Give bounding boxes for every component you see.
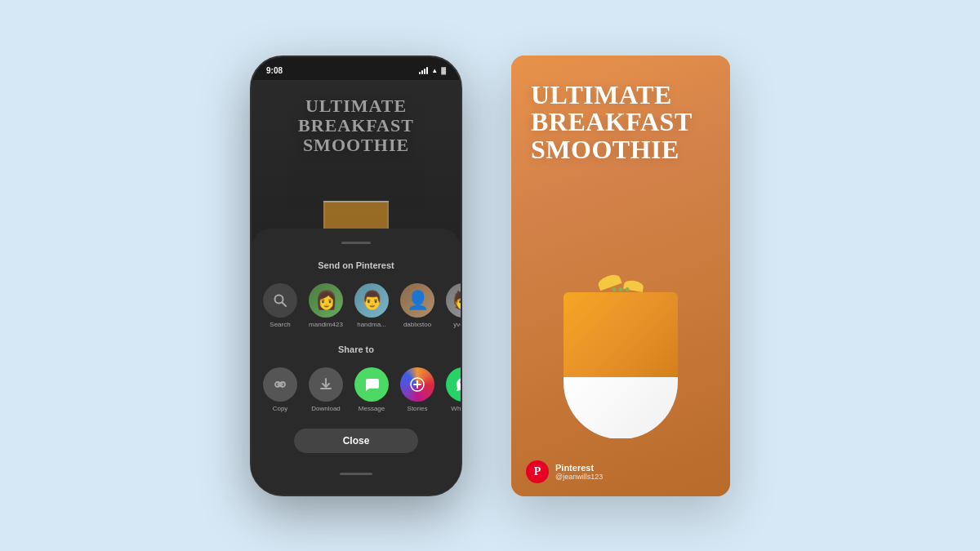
contact-handma[interactable]: 👨 handma... — [354, 283, 389, 328]
copy-icon — [263, 367, 297, 402]
status-time: 9:08 — [266, 66, 283, 75]
stories-icon — [400, 367, 434, 402]
card-footer: P Pinterest @jeanwills123 — [526, 460, 603, 483]
avatar-handma: 👨 — [354, 283, 389, 318]
card-content: ULTIMATEBREAKFASTSMOOTHIE — [511, 56, 730, 496]
contact-yvon-label: yvon... — [453, 321, 461, 328]
garnish-dot-3 — [626, 287, 630, 291]
action-stories[interactable]: Stories — [400, 367, 434, 412]
contact-search[interactable]: Search — [263, 283, 297, 328]
glass-orange-layer — [564, 292, 678, 377]
footer-brand: Pinterest — [555, 463, 603, 473]
whatsapp-icon — [446, 367, 461, 402]
scene: 9:08 ▲ ▓ ULTIMATEBREAKFASTSMOOTHIE — [0, 0, 980, 551]
search-avatar — [263, 283, 297, 318]
contact-dablxstoo-label: dablxstoo — [403, 321, 431, 328]
message-icon — [354, 367, 389, 402]
battery-icon: ▓ — [441, 67, 446, 74]
copy-label: Copy — [273, 405, 288, 412]
phone-pin-content: ULTIMATEBREAKFASTSMOOTHIE Send on Pinter… — [252, 80, 461, 495]
sheet-handle — [341, 242, 371, 244]
status-icons: ▲ ▓ — [419, 67, 446, 74]
phone-mockup: 9:08 ▲ ▓ ULTIMATEBREAKFASTSMOOTHIE — [250, 56, 462, 496]
signal-icon — [419, 68, 428, 74]
action-copy[interactable]: Copy — [263, 367, 297, 412]
glass-white-layer — [564, 377, 678, 439]
contact-mandim423[interactable]: 👩 mandim423 — [309, 283, 343, 328]
garnish-dots — [612, 287, 630, 291]
avatar-yvon: 🧑 — [446, 283, 461, 318]
action-message[interactable]: Message — [354, 367, 389, 412]
close-button[interactable]: Close — [294, 429, 419, 453]
contact-yvon[interactable]: 🧑 yvon... — [446, 283, 461, 328]
action-download[interactable]: Download — [309, 367, 343, 412]
phone-pin-title: ULTIMATEBREAKFASTSMOOTHIE — [285, 96, 427, 156]
wifi-icon: ▲ — [431, 67, 438, 74]
contacts-row: Search 👩 mandim423 👨 handma... — [252, 283, 461, 328]
garnish-dot-1 — [612, 287, 617, 291]
status-bar: 9:08 ▲ ▓ — [252, 57, 461, 80]
avatar-mandim423: 👩 — [309, 283, 343, 318]
download-label: Download — [311, 405, 341, 412]
footer-text: Pinterest @jeanwills123 — [555, 463, 603, 481]
send-section-title: Send on Pinterest — [252, 260, 461, 270]
action-whatsapp[interactable]: Whats... — [446, 367, 461, 412]
stories-label: Stories — [408, 405, 428, 412]
home-indicator — [340, 473, 372, 475]
contact-mandim423-label: mandim423 — [309, 321, 343, 328]
pinterest-card: ULTIMATEBREAKFASTSMOOTHIE — [511, 56, 730, 496]
contact-search-label: Search — [270, 321, 290, 328]
share-actions-row: Copy Download — [252, 367, 461, 412]
avatar-dablxstoo: 👤 — [400, 283, 434, 318]
pinterest-logo-icon: P — [526, 460, 549, 483]
card-smoothie-illustration — [547, 260, 694, 439]
footer-username: @jeanwills123 — [555, 473, 603, 481]
svg-line-1 — [283, 302, 287, 306]
contact-handma-label: handma... — [357, 321, 386, 328]
whatsapp-label: Whats... — [451, 405, 461, 412]
card-title: ULTIMATEBREAKFASTSMOOTHIE — [531, 82, 710, 164]
glass-body — [564, 292, 678, 439]
share-section-title: Share to — [252, 344, 461, 354]
message-label: Message — [359, 405, 385, 412]
garnish-dot-2 — [619, 287, 623, 291]
contact-dablxstoo[interactable]: 👤 dablxstoo — [400, 283, 434, 328]
share-bottom-sheet: Send on Pinterest Search — [252, 229, 461, 495]
download-icon — [309, 367, 343, 402]
